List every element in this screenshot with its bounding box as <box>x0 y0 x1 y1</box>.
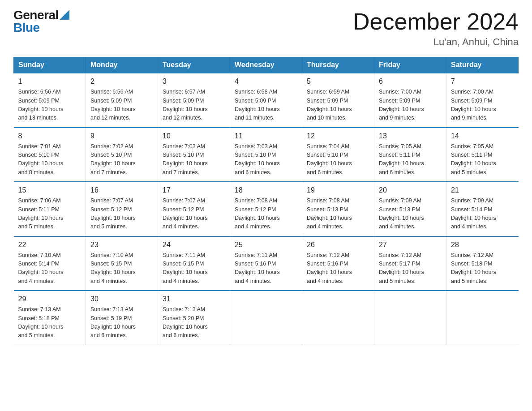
logo-blue-text: Blue <box>13 21 69 34</box>
day-number: 1 <box>18 76 82 87</box>
day-info: Sunrise: 7:02 AMSunset: 5:10 PMDaylight:… <box>90 142 153 177</box>
calendar-cell <box>230 291 302 345</box>
calendar-cell: 28Sunrise: 7:12 AMSunset: 5:18 PMDayligh… <box>446 236 519 291</box>
day-number: 30 <box>90 294 153 304</box>
day-number: 27 <box>379 240 442 250</box>
day-info: Sunrise: 6:56 AMSunset: 5:09 PMDaylight:… <box>90 88 153 123</box>
calendar-table: SundayMondayTuesdayWednesdayThursdayFrid… <box>13 57 519 345</box>
day-info: Sunrise: 7:08 AMSunset: 5:13 PMDaylight:… <box>307 197 369 231</box>
day-info: Sunrise: 7:12 AMSunset: 5:18 PMDaylight:… <box>451 251 514 286</box>
day-info: Sunrise: 7:03 AMSunset: 5:10 PMDaylight:… <box>163 142 225 177</box>
day-info: Sunrise: 7:00 AMSunset: 5:09 PMDaylight:… <box>451 88 514 123</box>
day-of-week-header: Monday <box>86 57 158 73</box>
day-info: Sunrise: 6:59 AMSunset: 5:09 PMDaylight:… <box>307 88 369 123</box>
day-info: Sunrise: 7:13 AMSunset: 5:20 PMDaylight:… <box>163 305 225 340</box>
day-info: Sunrise: 7:09 AMSunset: 5:14 PMDaylight:… <box>451 197 514 231</box>
calendar-cell: 16Sunrise: 7:07 AMSunset: 5:12 PMDayligh… <box>86 182 158 236</box>
day-info: Sunrise: 7:10 AMSunset: 5:15 PMDaylight:… <box>90 251 153 286</box>
day-info: Sunrise: 7:11 AMSunset: 5:15 PMDaylight:… <box>163 251 225 286</box>
calendar-cell: 24Sunrise: 7:11 AMSunset: 5:15 PMDayligh… <box>158 236 230 291</box>
day-number: 18 <box>235 185 297 196</box>
day-info: Sunrise: 7:05 AMSunset: 5:11 PMDaylight:… <box>379 142 442 177</box>
day-info: Sunrise: 7:03 AMSunset: 5:10 PMDaylight:… <box>235 142 297 177</box>
calendar-cell: 8Sunrise: 7:01 AMSunset: 5:10 PMDaylight… <box>14 128 86 182</box>
day-info: Sunrise: 7:06 AMSunset: 5:11 PMDaylight:… <box>18 197 82 231</box>
day-info: Sunrise: 7:13 AMSunset: 5:18 PMDaylight:… <box>18 305 82 340</box>
day-info: Sunrise: 7:01 AMSunset: 5:10 PMDaylight:… <box>18 142 82 177</box>
day-number: 13 <box>379 131 442 141</box>
calendar-cell: 1Sunrise: 6:56 AMSunset: 5:09 PMDaylight… <box>14 73 86 128</box>
day-number: 24 <box>163 240 225 250</box>
calendar-cell <box>302 291 374 345</box>
calendar-cell: 6Sunrise: 7:00 AMSunset: 5:09 PMDaylight… <box>374 73 446 128</box>
logo-general-text: General <box>13 9 59 21</box>
calendar-cell: 19Sunrise: 7:08 AMSunset: 5:13 PMDayligh… <box>302 182 374 236</box>
day-number: 31 <box>163 294 225 304</box>
day-info: Sunrise: 7:12 AMSunset: 5:16 PMDaylight:… <box>307 251 369 286</box>
day-number: 28 <box>451 240 514 250</box>
day-number: 17 <box>163 185 225 196</box>
day-of-week-header: Saturday <box>446 57 519 73</box>
calendar-cell <box>374 291 446 345</box>
day-number: 15 <box>18 185 82 196</box>
calendar-cell: 17Sunrise: 7:07 AMSunset: 5:12 PMDayligh… <box>158 182 230 236</box>
day-number: 20 <box>379 185 442 196</box>
day-info: Sunrise: 6:57 AMSunset: 5:09 PMDaylight:… <box>163 88 225 123</box>
calendar-cell: 22Sunrise: 7:10 AMSunset: 5:14 PMDayligh… <box>14 236 86 291</box>
calendar-title: December 2024 <box>353 9 519 34</box>
calendar-header-row: SundayMondayTuesdayWednesdayThursdayFrid… <box>14 57 519 73</box>
day-info: Sunrise: 7:11 AMSunset: 5:16 PMDaylight:… <box>235 251 297 286</box>
calendar-cell: 15Sunrise: 7:06 AMSunset: 5:11 PMDayligh… <box>14 182 86 236</box>
day-number: 16 <box>90 185 153 196</box>
day-number: 25 <box>235 240 297 250</box>
day-info: Sunrise: 7:00 AMSunset: 5:09 PMDaylight:… <box>379 88 442 123</box>
calendar-cell <box>446 291 519 345</box>
svg-marker-0 <box>60 10 69 20</box>
calendar-week-row: 29Sunrise: 7:13 AMSunset: 5:18 PMDayligh… <box>14 291 519 345</box>
day-of-week-header: Sunday <box>14 57 86 73</box>
calendar-week-row: 8Sunrise: 7:01 AMSunset: 5:10 PMDaylight… <box>14 128 519 182</box>
calendar-cell: 4Sunrise: 6:58 AMSunset: 5:09 PMDaylight… <box>230 73 302 128</box>
calendar-cell: 10Sunrise: 7:03 AMSunset: 5:10 PMDayligh… <box>158 128 230 182</box>
calendar-cell: 11Sunrise: 7:03 AMSunset: 5:10 PMDayligh… <box>230 128 302 182</box>
day-number: 10 <box>163 131 225 141</box>
day-number: 4 <box>235 76 297 87</box>
day-info: Sunrise: 7:04 AMSunset: 5:10 PMDaylight:… <box>307 142 369 177</box>
day-number: 22 <box>18 240 82 250</box>
title-block: December 2024 Lu'an, Anhui, China <box>353 9 519 48</box>
calendar-cell: 21Sunrise: 7:09 AMSunset: 5:14 PMDayligh… <box>446 182 519 236</box>
calendar-cell: 3Sunrise: 6:57 AMSunset: 5:09 PMDaylight… <box>158 73 230 128</box>
day-of-week-header: Thursday <box>302 57 374 73</box>
calendar-cell: 12Sunrise: 7:04 AMSunset: 5:10 PMDayligh… <box>302 128 374 182</box>
day-number: 12 <box>307 131 369 141</box>
day-info: Sunrise: 7:13 AMSunset: 5:19 PMDaylight:… <box>90 305 153 340</box>
day-of-week-header: Tuesday <box>158 57 230 73</box>
calendar-cell: 5Sunrise: 6:59 AMSunset: 5:09 PMDaylight… <box>302 73 374 128</box>
day-number: 7 <box>451 76 514 87</box>
day-info: Sunrise: 7:08 AMSunset: 5:12 PMDaylight:… <box>235 197 297 231</box>
calendar-subtitle: Lu'an, Anhui, China <box>353 36 519 48</box>
day-info: Sunrise: 7:05 AMSunset: 5:11 PMDaylight:… <box>451 142 514 177</box>
day-info: Sunrise: 6:58 AMSunset: 5:09 PMDaylight:… <box>235 88 297 123</box>
calendar-cell: 31Sunrise: 7:13 AMSunset: 5:20 PMDayligh… <box>158 291 230 345</box>
day-number: 19 <box>307 185 369 196</box>
calendar-cell: 9Sunrise: 7:02 AMSunset: 5:10 PMDaylight… <box>86 128 158 182</box>
calendar-cell: 29Sunrise: 7:13 AMSunset: 5:18 PMDayligh… <box>14 291 86 345</box>
day-number: 6 <box>379 76 442 87</box>
day-info: Sunrise: 7:12 AMSunset: 5:17 PMDaylight:… <box>379 251 442 286</box>
day-number: 9 <box>90 131 153 141</box>
day-of-week-header: Wednesday <box>230 57 302 73</box>
day-number: 14 <box>451 131 514 141</box>
calendar-cell: 25Sunrise: 7:11 AMSunset: 5:16 PMDayligh… <box>230 236 302 291</box>
calendar-cell: 13Sunrise: 7:05 AMSunset: 5:11 PMDayligh… <box>374 128 446 182</box>
logo: General Blue <box>13 9 69 34</box>
calendar-week-row: 22Sunrise: 7:10 AMSunset: 5:14 PMDayligh… <box>14 236 519 291</box>
day-number: 11 <box>235 131 297 141</box>
day-of-week-header: Friday <box>374 57 446 73</box>
calendar-cell: 2Sunrise: 6:56 AMSunset: 5:09 PMDaylight… <box>86 73 158 128</box>
day-info: Sunrise: 7:09 AMSunset: 5:13 PMDaylight:… <box>379 197 442 231</box>
calendar-week-row: 1Sunrise: 6:56 AMSunset: 5:09 PMDaylight… <box>14 73 519 128</box>
day-info: Sunrise: 7:07 AMSunset: 5:12 PMDaylight:… <box>163 197 225 231</box>
day-number: 23 <box>90 240 153 250</box>
day-number: 3 <box>163 76 225 87</box>
